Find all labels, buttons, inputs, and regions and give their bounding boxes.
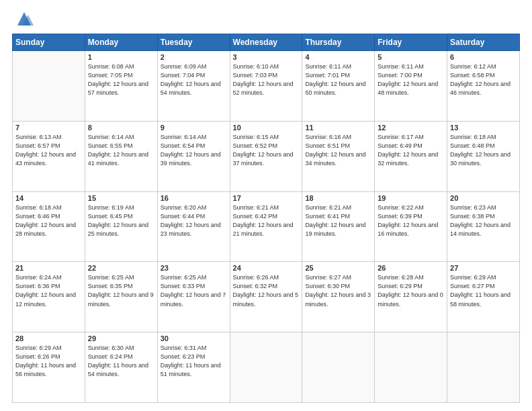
day-info: Sunrise: 6:16 AMSunset: 6:51 PMDaylight:… <box>305 133 371 168</box>
day-header-sunday: Sunday <box>13 34 85 51</box>
day-header-wednesday: Wednesday <box>230 34 302 51</box>
day-info: Sunrise: 6:19 AMSunset: 6:45 PMDaylight:… <box>88 203 154 238</box>
day-number: 29 <box>88 334 154 342</box>
day-number: 27 <box>450 264 517 272</box>
day-number: 24 <box>233 264 300 272</box>
logo <box>12 12 34 28</box>
day-info: Sunrise: 6:21 AMSunset: 6:41 PMDaylight:… <box>305 203 371 238</box>
day-info: Sunrise: 6:29 AMSunset: 6:26 PMDaylight:… <box>15 344 82 379</box>
day-number: 23 <box>161 264 227 272</box>
day-number: 20 <box>450 194 517 202</box>
day-number: 14 <box>15 194 82 202</box>
day-info: Sunrise: 6:24 AMSunset: 6:36 PMDaylight:… <box>15 273 82 308</box>
day-info: Sunrise: 6:26 AMSunset: 6:32 PMDaylight:… <box>233 273 300 308</box>
page: SundayMondayTuesdayWednesdayThursdayFrid… <box>0 0 532 411</box>
calendar-cell: 18Sunrise: 6:21 AMSunset: 6:41 PMDayligh… <box>302 191 375 262</box>
day-info: Sunrise: 6:11 AMSunset: 7:01 PMDaylight:… <box>305 62 371 97</box>
calendar-cell: 2Sunrise: 6:09 AMSunset: 7:04 PMDaylight… <box>157 51 230 122</box>
day-number: 10 <box>233 124 300 132</box>
day-number: 28 <box>15 334 82 342</box>
calendar-cell <box>13 51 85 122</box>
calendar-cell: 10Sunrise: 6:15 AMSunset: 6:52 PMDayligh… <box>230 121 302 191</box>
calendar-week-3: 14Sunrise: 6:18 AMSunset: 6:46 PMDayligh… <box>13 191 520 262</box>
day-info: Sunrise: 6:18 AMSunset: 6:48 PMDaylight:… <box>450 133 517 168</box>
day-number: 9 <box>161 124 227 132</box>
calendar-cell: 14Sunrise: 6:18 AMSunset: 6:46 PMDayligh… <box>13 191 85 262</box>
calendar-cell <box>447 332 520 403</box>
calendar-cell: 5Sunrise: 6:11 AMSunset: 7:00 PMDaylight… <box>375 51 447 122</box>
day-info: Sunrise: 6:18 AMSunset: 6:46 PMDaylight:… <box>15 203 82 238</box>
day-number: 15 <box>88 194 154 202</box>
day-number: 6 <box>450 53 517 61</box>
day-info: Sunrise: 6:30 AMSunset: 6:24 PMDaylight:… <box>88 344 154 379</box>
day-info: Sunrise: 6:14 AMSunset: 6:54 PMDaylight:… <box>161 133 227 168</box>
calendar-cell <box>302 332 375 403</box>
calendar-cell: 23Sunrise: 6:25 AMSunset: 6:33 PMDayligh… <box>157 262 230 332</box>
day-header-tuesday: Tuesday <box>157 34 230 51</box>
day-number: 17 <box>233 194 300 202</box>
logo-icon <box>15 9 34 28</box>
day-number: 13 <box>450 124 517 132</box>
day-info: Sunrise: 6:31 AMSunset: 6:23 PMDaylight:… <box>161 344 227 379</box>
calendar-cell: 4Sunrise: 6:11 AMSunset: 7:01 PMDaylight… <box>302 51 375 122</box>
day-header-monday: Monday <box>85 34 157 51</box>
calendar-cell: 25Sunrise: 6:27 AMSunset: 6:30 PMDayligh… <box>302 262 375 332</box>
calendar-cell: 12Sunrise: 6:17 AMSunset: 6:49 PMDayligh… <box>375 121 447 191</box>
day-header-thursday: Thursday <box>302 34 375 51</box>
day-number: 18 <box>305 194 371 202</box>
calendar-cell: 15Sunrise: 6:19 AMSunset: 6:45 PMDayligh… <box>85 191 157 262</box>
day-number: 25 <box>305 264 371 272</box>
calendar-cell: 13Sunrise: 6:18 AMSunset: 6:48 PMDayligh… <box>447 121 520 191</box>
calendar-cell: 28Sunrise: 6:29 AMSunset: 6:26 PMDayligh… <box>13 332 85 403</box>
day-info: Sunrise: 6:29 AMSunset: 6:27 PMDaylight:… <box>450 273 517 308</box>
day-header-saturday: Saturday <box>447 34 520 51</box>
day-info: Sunrise: 6:14 AMSunset: 6:55 PMDaylight:… <box>88 133 154 168</box>
day-number: 4 <box>305 53 371 61</box>
calendar-cell: 20Sunrise: 6:23 AMSunset: 6:38 PMDayligh… <box>447 191 520 262</box>
calendar-cell: 30Sunrise: 6:31 AMSunset: 6:23 PMDayligh… <box>157 332 230 403</box>
calendar-cell: 27Sunrise: 6:29 AMSunset: 6:27 PMDayligh… <box>447 262 520 332</box>
calendar-header-row: SundayMondayTuesdayWednesdayThursdayFrid… <box>13 34 520 51</box>
day-info: Sunrise: 6:21 AMSunset: 6:42 PMDaylight:… <box>233 203 300 238</box>
calendar-week-1: 1Sunrise: 6:08 AMSunset: 7:05 PMDaylight… <box>13 51 520 122</box>
calendar-cell: 29Sunrise: 6:30 AMSunset: 6:24 PMDayligh… <box>85 332 157 403</box>
day-number: 3 <box>233 53 300 61</box>
calendar-cell: 11Sunrise: 6:16 AMSunset: 6:51 PMDayligh… <box>302 121 375 191</box>
calendar-cell: 1Sunrise: 6:08 AMSunset: 7:05 PMDaylight… <box>85 51 157 122</box>
calendar-week-2: 7Sunrise: 6:13 AMSunset: 6:57 PMDaylight… <box>13 121 520 191</box>
day-info: Sunrise: 6:09 AMSunset: 7:04 PMDaylight:… <box>161 62 227 97</box>
day-number: 8 <box>88 124 154 132</box>
day-number: 12 <box>378 124 444 132</box>
calendar-cell: 24Sunrise: 6:26 AMSunset: 6:32 PMDayligh… <box>230 262 302 332</box>
day-info: Sunrise: 6:13 AMSunset: 6:57 PMDaylight:… <box>15 133 82 168</box>
day-number: 11 <box>305 124 371 132</box>
calendar-week-5: 28Sunrise: 6:29 AMSunset: 6:26 PMDayligh… <box>13 332 520 403</box>
day-number: 1 <box>88 53 154 61</box>
day-number: 22 <box>88 264 154 272</box>
day-number: 19 <box>378 194 444 202</box>
day-number: 7 <box>15 124 82 132</box>
day-info: Sunrise: 6:27 AMSunset: 6:30 PMDaylight:… <box>305 273 371 308</box>
day-number: 2 <box>161 53 227 61</box>
calendar-cell: 3Sunrise: 6:10 AMSunset: 7:03 PMDaylight… <box>230 51 302 122</box>
day-info: Sunrise: 6:17 AMSunset: 6:49 PMDaylight:… <box>378 133 444 168</box>
calendar-cell <box>375 332 447 403</box>
day-info: Sunrise: 6:20 AMSunset: 6:44 PMDaylight:… <box>161 203 227 238</box>
calendar-cell: 19Sunrise: 6:22 AMSunset: 6:39 PMDayligh… <box>375 191 447 262</box>
calendar-table: SundayMondayTuesdayWednesdayThursdayFrid… <box>12 34 520 403</box>
day-info: Sunrise: 6:22 AMSunset: 6:39 PMDaylight:… <box>378 203 444 238</box>
day-number: 5 <box>378 53 444 61</box>
day-number: 21 <box>15 264 82 272</box>
day-info: Sunrise: 6:11 AMSunset: 7:00 PMDaylight:… <box>378 62 444 97</box>
day-info: Sunrise: 6:10 AMSunset: 7:03 PMDaylight:… <box>233 62 300 97</box>
day-number: 30 <box>161 334 227 342</box>
calendar-cell <box>230 332 302 403</box>
day-number: 26 <box>378 264 444 272</box>
calendar-week-4: 21Sunrise: 6:24 AMSunset: 6:36 PMDayligh… <box>13 262 520 332</box>
day-info: Sunrise: 6:25 AMSunset: 6:35 PMDaylight:… <box>88 273 154 308</box>
calendar-cell: 22Sunrise: 6:25 AMSunset: 6:35 PMDayligh… <box>85 262 157 332</box>
day-info: Sunrise: 6:12 AMSunset: 6:58 PMDaylight:… <box>450 62 517 97</box>
calendar-cell: 26Sunrise: 6:28 AMSunset: 6:29 PMDayligh… <box>375 262 447 332</box>
day-number: 16 <box>161 194 227 202</box>
calendar-cell: 16Sunrise: 6:20 AMSunset: 6:44 PMDayligh… <box>157 191 230 262</box>
